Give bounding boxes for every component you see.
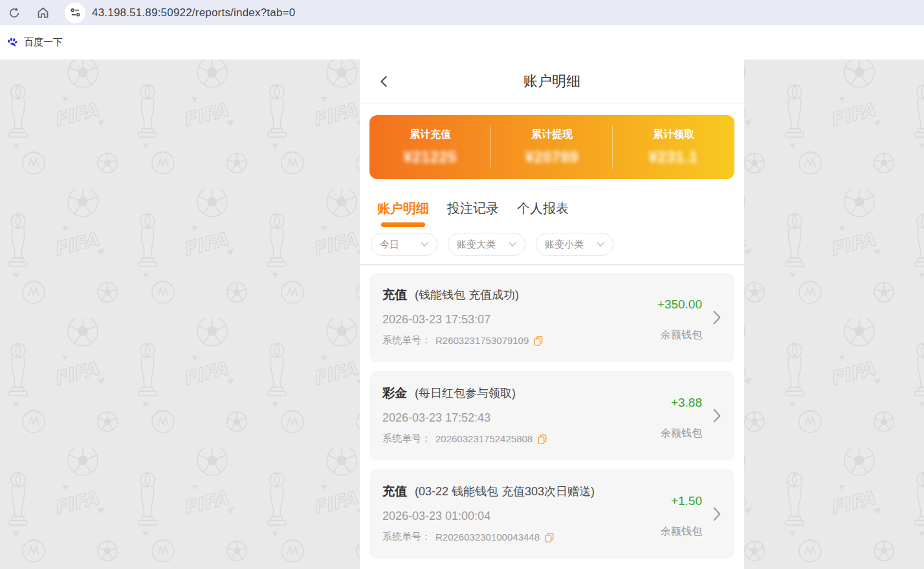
- txn-wallet: 余额钱包: [657, 328, 702, 342]
- chevron-right-icon[interactable]: [712, 310, 721, 325]
- txn-type: 彩金: [382, 386, 407, 400]
- chevron-right-icon[interactable]: [712, 409, 721, 423]
- txn-description: (03-22 钱能钱包 充值303次日赠送): [415, 485, 595, 498]
- txn-type: 充值: [382, 288, 407, 301]
- tab-personal-report[interactable]: 个人报表: [517, 200, 569, 227]
- bookmarks-bar: 百度一下: [0, 25, 924, 59]
- txn-type: 充值: [382, 484, 407, 498]
- transaction-row[interactable]: 充值(钱能钱包 充值成功) 2026-03-23 17:53:07 系统单号：R…: [369, 273, 734, 362]
- chevron-down-icon: [421, 242, 428, 247]
- filter-date-dropdown[interactable]: 今日: [371, 233, 437, 256]
- chevron-down-icon: [597, 242, 604, 247]
- txn-description: (钱能钱包 充值成功): [415, 288, 519, 301]
- stat-value-blurred: ¥20789: [525, 149, 579, 166]
- page-title: 账户明细: [360, 59, 744, 103]
- copy-icon[interactable]: [537, 434, 547, 444]
- url-bar[interactable]: 43.198.51.89:50922/reports/index?tab=0: [92, 6, 295, 19]
- back-button[interactable]: [377, 74, 391, 89]
- chevron-left-icon: [377, 74, 391, 89]
- txn-order-number: R202603230100043448: [435, 531, 540, 542]
- txn-order-label: 系统单号：: [382, 334, 431, 347]
- txn-order-number: R2603231753079109: [435, 335, 529, 346]
- txn-amount: +350.00: [657, 297, 702, 312]
- app-panel: 账户明细 累计充值 ¥21225 累计提现 ¥20789 累计领取 ¥231.1…: [360, 59, 744, 569]
- txn-order-number: 202603231752425808: [435, 433, 533, 444]
- copy-icon[interactable]: [544, 532, 555, 542]
- tab-account-details[interactable]: 账户明细: [377, 200, 429, 227]
- filter-bar: 今日 账变大类 账变小类: [371, 233, 744, 256]
- txn-description: (每日红包参与领取): [415, 387, 516, 400]
- baidu-paw-icon: [6, 37, 18, 48]
- stat-total-claimed: 累计领取 ¥231.1: [613, 115, 734, 179]
- stat-total-withdraw: 累计提现 ¥20789: [491, 115, 613, 179]
- stat-value-blurred: ¥231.1: [649, 149, 698, 166]
- browser-toolbar: 43.198.51.89:50922/reports/index?tab=0: [0, 0, 924, 25]
- transaction-row[interactable]: 彩金(每日红包参与领取) 2026-03-23 17:52:43 系统单号：20…: [369, 371, 734, 460]
- txn-wallet: 余额钱包: [661, 427, 702, 440]
- transaction-list: 充值(钱能钱包 充值成功) 2026-03-23 17:53:07 系统单号：R…: [360, 266, 744, 569]
- reload-icon[interactable]: [6, 5, 22, 21]
- bookmark-baidu[interactable]: 百度一下: [6, 36, 63, 48]
- bookmark-label: 百度一下: [24, 36, 63, 48]
- tab-bet-records[interactable]: 投注记录: [447, 200, 499, 227]
- stat-total-deposit: 累计充值 ¥21225: [369, 115, 491, 179]
- totals-card: 累计充值 ¥21225 累计提现 ¥20789 累计领取 ¥231.1: [369, 115, 734, 179]
- filter-minor-category-dropdown[interactable]: 账变小类: [536, 233, 613, 256]
- tab-bar: 账户明细 投注记录 个人报表: [377, 200, 744, 227]
- txn-amount: +3.88: [661, 396, 702, 410]
- txn-wallet: 余额钱包: [661, 525, 702, 539]
- txn-amount: +1.50: [661, 494, 702, 508]
- chevron-down-icon: [509, 242, 516, 247]
- txn-order-label: 系统单号：: [382, 433, 431, 445]
- txn-order-label: 系统单号：: [382, 531, 431, 543]
- chevron-right-icon[interactable]: [712, 507, 721, 521]
- transaction-row[interactable]: 充值(03-22 钱能钱包 充值303次日赠送) 2026-03-23 01:0…: [369, 469, 734, 559]
- site-settings-icon[interactable]: [65, 3, 85, 23]
- stat-value-blurred: ¥21225: [404, 149, 457, 166]
- page-background: FIFA: [0, 59, 924, 569]
- app-header: 账户明细: [360, 59, 744, 103]
- home-icon[interactable]: [35, 5, 50, 21]
- filter-major-category-dropdown[interactable]: 账变大类: [448, 233, 525, 256]
- copy-icon[interactable]: [533, 336, 544, 346]
